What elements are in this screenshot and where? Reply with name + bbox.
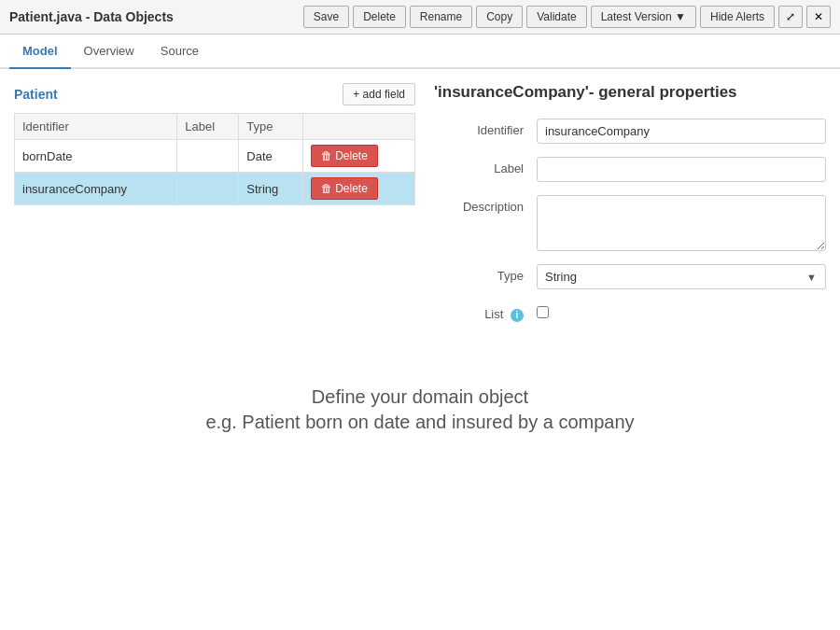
identifier-label: Identifier bbox=[434, 119, 537, 137]
rename-button[interactable]: Rename bbox=[410, 6, 472, 28]
info-icon[interactable]: i bbox=[511, 309, 524, 322]
fields-table: Identifier Label Type bornDate Date 🗑Del… bbox=[14, 113, 415, 205]
type-label: Type bbox=[434, 264, 537, 283]
list-checkbox[interactable] bbox=[537, 306, 549, 318]
tab-overview[interactable]: Overview bbox=[71, 35, 147, 69]
cell-delete: 🗑Delete bbox=[303, 140, 415, 173]
field-description: Description bbox=[434, 195, 826, 251]
cell-type: String bbox=[239, 173, 303, 205]
hint-line1: Define your domain object bbox=[19, 386, 821, 408]
main-content: Patient + add field Identifier Label Typ… bbox=[0, 69, 840, 349]
trash-icon: 🗑 bbox=[321, 149, 332, 162]
list-label: List bbox=[484, 307, 503, 321]
cell-label bbox=[177, 173, 239, 205]
toolbar-actions: Save Delete Rename Copy Validate Latest … bbox=[303, 6, 831, 28]
type-select[interactable]: String Integer Long Double Float Boolean… bbox=[537, 264, 826, 289]
trash-icon: 🗑 bbox=[321, 182, 332, 195]
description-input[interactable] bbox=[537, 195, 826, 251]
field-type: Type String Integer Long Double Float Bo… bbox=[434, 264, 826, 289]
table-row[interactable]: bornDate Date 🗑Delete bbox=[15, 140, 415, 173]
right-panel: 'insuranceCompany'- general properties I… bbox=[434, 83, 826, 335]
top-bar: Patient.java - Data Objects Save Delete … bbox=[0, 0, 840, 35]
cell-label bbox=[177, 140, 239, 173]
properties-title: 'insuranceCompany'- general properties bbox=[434, 83, 826, 102]
table-row[interactable]: insuranceCompany String 🗑Delete bbox=[15, 173, 415, 205]
cell-identifier: bornDate bbox=[15, 140, 177, 173]
cell-identifier: insuranceCompany bbox=[15, 173, 177, 205]
add-field-button[interactable]: + add field bbox=[343, 83, 415, 105]
col-header-identifier: Identifier bbox=[15, 114, 177, 140]
label-input[interactable] bbox=[537, 157, 826, 182]
cell-type: Date bbox=[239, 140, 303, 173]
delete-row-button[interactable]: 🗑Delete bbox=[311, 145, 378, 167]
close-icon[interactable]: ✕ bbox=[806, 6, 831, 28]
left-panel: Patient + add field Identifier Label Typ… bbox=[14, 83, 415, 335]
type-select-wrapper: String Integer Long Double Float Boolean… bbox=[537, 264, 826, 289]
col-header-label: Label bbox=[177, 114, 239, 140]
panel-header: Patient + add field bbox=[14, 83, 415, 105]
copy-button[interactable]: Copy bbox=[476, 6, 523, 28]
field-identifier: Identifier bbox=[434, 119, 826, 144]
delete-row-button[interactable]: 🗑Delete bbox=[311, 177, 378, 200]
latest-version-button[interactable]: Latest Version ▼ bbox=[591, 6, 696, 28]
list-label-wrapper: List i bbox=[434, 302, 537, 322]
list-checkbox-wrapper bbox=[537, 302, 549, 318]
col-header-action bbox=[303, 114, 415, 140]
page-title: Patient.java - Data Objects bbox=[9, 9, 174, 24]
label-label: Label bbox=[434, 157, 537, 175]
bottom-hint: Define your domain object e.g. Patient b… bbox=[0, 349, 840, 452]
delete-button[interactable]: Delete bbox=[353, 6, 406, 28]
validate-button[interactable]: Validate bbox=[526, 6, 586, 28]
save-button[interactable]: Save bbox=[303, 6, 349, 28]
col-header-type: Type bbox=[239, 114, 303, 140]
chevron-down-icon: ▼ bbox=[675, 10, 686, 23]
hint-line2: e.g. Patient born on date and insured by… bbox=[19, 412, 821, 433]
tab-source[interactable]: Source bbox=[147, 35, 212, 69]
expand-icon[interactable]: ⤢ bbox=[778, 6, 803, 28]
cell-delete: 🗑Delete bbox=[303, 173, 415, 205]
tab-bar: Model Overview Source bbox=[0, 35, 840, 69]
panel-title: Patient bbox=[14, 87, 58, 102]
field-list: List i bbox=[434, 302, 826, 322]
tab-model[interactable]: Model bbox=[9, 35, 71, 69]
description-label: Description bbox=[434, 195, 537, 214]
identifier-input[interactable] bbox=[537, 119, 826, 144]
hide-alerts-button[interactable]: Hide Alerts bbox=[700, 6, 775, 28]
field-label: Label bbox=[434, 157, 826, 182]
